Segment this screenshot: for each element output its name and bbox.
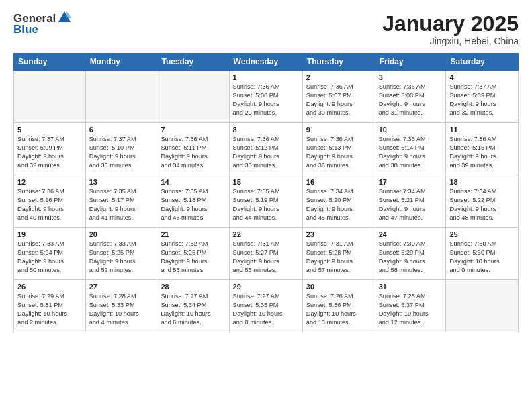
day-content: Sunrise: 7:27 AMSunset: 5:34 PMDaylight:… [161,292,225,327]
day-content: Sunrise: 7:37 AMSunset: 5:10 PMDaylight:… [89,135,154,170]
week-row-2: 5Sunrise: 7:37 AMSunset: 5:09 PMDaylight… [14,123,519,175]
table-row: 2Sunrise: 7:36 AMSunset: 5:07 PMDaylight… [302,71,375,123]
day-content: Sunrise: 7:36 AMSunset: 5:14 PMDaylight:… [379,135,443,170]
col-friday: Friday [375,54,446,71]
table-row: 9Sunrise: 7:36 AMSunset: 5:13 PMDaylight… [302,123,375,175]
day-content: Sunrise: 7:34 AMSunset: 5:21 PMDaylight:… [379,187,443,222]
day-number: 16 [306,178,371,186]
day-content: Sunrise: 7:36 AMSunset: 5:16 PMDaylight:… [17,187,82,222]
day-number: 21 [161,230,225,238]
day-number: 1 [233,73,299,81]
table-row: 15Sunrise: 7:35 AMSunset: 5:19 PMDayligh… [229,175,302,228]
day-number: 24 [379,230,443,238]
table-row: 1Sunrise: 7:36 AMSunset: 5:06 PMDaylight… [229,71,302,123]
logo-icon [57,10,72,25]
table-row: 22Sunrise: 7:31 AMSunset: 5:27 PMDayligh… [229,228,302,280]
day-content: Sunrise: 7:36 AMSunset: 5:06 PMDaylight:… [233,83,299,118]
table-row: 4Sunrise: 7:37 AMSunset: 5:09 PMDaylight… [446,71,519,123]
table-row: 11Sunrise: 7:36 AMSunset: 5:15 PMDayligh… [446,123,519,175]
day-number: 12 [17,178,82,186]
day-number: 2 [306,73,371,81]
page: General Blue January 2025 Jingxiu, Hebei… [0,0,532,411]
day-number: 11 [449,126,515,134]
day-content: Sunrise: 7:34 AMSunset: 5:22 PMDaylight:… [449,187,515,222]
day-number: 9 [306,126,371,134]
table-row: 14Sunrise: 7:35 AMSunset: 5:18 PMDayligh… [157,175,229,228]
col-saturday: Saturday [446,54,519,71]
location: Jingxiu, Hebei, China [382,36,519,46]
week-row-4: 19Sunrise: 7:33 AMSunset: 5:24 PMDayligh… [14,228,519,280]
day-content: Sunrise: 7:27 AMSunset: 5:35 PMDaylight:… [233,292,299,327]
table-row: 20Sunrise: 7:33 AMSunset: 5:25 PMDayligh… [85,228,157,280]
day-content: Sunrise: 7:37 AMSunset: 5:09 PMDaylight:… [449,83,515,118]
day-content: Sunrise: 7:36 AMSunset: 5:15 PMDaylight:… [449,135,515,170]
day-number: 23 [306,230,371,238]
day-content: Sunrise: 7:37 AMSunset: 5:09 PMDaylight:… [17,135,82,170]
day-number: 30 [306,283,371,291]
day-number: 20 [89,230,154,238]
month-title: January 2025 [382,12,519,36]
table-row [157,71,229,123]
day-number: 25 [449,230,515,238]
table-row: 30Sunrise: 7:26 AMSunset: 5:36 PMDayligh… [302,280,375,332]
day-content: Sunrise: 7:28 AMSunset: 5:33 PMDaylight:… [89,292,154,327]
day-content: Sunrise: 7:25 AMSunset: 5:37 PMDaylight:… [379,292,443,327]
day-number: 7 [161,126,225,134]
day-number: 28 [161,283,225,291]
day-number: 19 [17,230,82,238]
table-row: 12Sunrise: 7:36 AMSunset: 5:16 PMDayligh… [14,175,86,228]
day-content: Sunrise: 7:36 AMSunset: 5:12 PMDaylight:… [233,135,299,170]
table-row: 31Sunrise: 7:25 AMSunset: 5:37 PMDayligh… [375,280,446,332]
table-row: 21Sunrise: 7:32 AMSunset: 5:26 PMDayligh… [157,228,229,280]
week-row-5: 26Sunrise: 7:29 AMSunset: 5:31 PMDayligh… [14,280,519,332]
day-content: Sunrise: 7:33 AMSunset: 5:25 PMDaylight:… [89,240,154,275]
table-row: 26Sunrise: 7:29 AMSunset: 5:31 PMDayligh… [14,280,86,332]
day-number: 13 [89,178,154,186]
table-row: 6Sunrise: 7:37 AMSunset: 5:10 PMDaylight… [85,123,157,175]
day-number: 17 [379,178,443,186]
table-row: 23Sunrise: 7:31 AMSunset: 5:28 PMDayligh… [302,228,375,280]
day-number: 10 [379,126,443,134]
table-row: 25Sunrise: 7:30 AMSunset: 5:30 PMDayligh… [446,228,519,280]
day-content: Sunrise: 7:36 AMSunset: 5:11 PMDaylight:… [161,135,225,170]
day-number: 22 [233,230,299,238]
calendar-header-row: Sunday Monday Tuesday Wednesday Thursday… [14,54,519,71]
col-sunday: Sunday [14,54,86,71]
day-content: Sunrise: 7:35 AMSunset: 5:18 PMDaylight:… [161,187,225,222]
day-content: Sunrise: 7:36 AMSunset: 5:07 PMDaylight:… [306,83,371,118]
header: General Blue January 2025 Jingxiu, Hebei… [13,12,519,46]
table-row: 5Sunrise: 7:37 AMSunset: 5:09 PMDaylight… [14,123,86,175]
day-content: Sunrise: 7:26 AMSunset: 5:36 PMDaylight:… [306,292,371,327]
table-row: 17Sunrise: 7:34 AMSunset: 5:21 PMDayligh… [375,175,446,228]
day-content: Sunrise: 7:31 AMSunset: 5:28 PMDaylight:… [306,240,371,275]
table-row: 10Sunrise: 7:36 AMSunset: 5:14 PMDayligh… [375,123,446,175]
day-content: Sunrise: 7:35 AMSunset: 5:17 PMDaylight:… [89,187,154,222]
table-row: 24Sunrise: 7:30 AMSunset: 5:29 PMDayligh… [375,228,446,280]
table-row: 27Sunrise: 7:28 AMSunset: 5:33 PMDayligh… [85,280,157,332]
col-tuesday: Tuesday [157,54,229,71]
table-row: 18Sunrise: 7:34 AMSunset: 5:22 PMDayligh… [446,175,519,228]
day-content: Sunrise: 7:34 AMSunset: 5:20 PMDaylight:… [306,187,371,222]
table-row [14,71,86,123]
table-row: 19Sunrise: 7:33 AMSunset: 5:24 PMDayligh… [14,228,86,280]
day-content: Sunrise: 7:30 AMSunset: 5:29 PMDaylight:… [379,240,443,275]
table-row: 3Sunrise: 7:36 AMSunset: 5:08 PMDaylight… [375,71,446,123]
col-monday: Monday [85,54,157,71]
logo-blue-text: Blue [13,23,38,36]
day-number: 18 [449,178,515,186]
day-number: 4 [449,73,515,81]
title-block: January 2025 Jingxiu, Hebei, China [382,12,519,46]
table-row: 29Sunrise: 7:27 AMSunset: 5:35 PMDayligh… [229,280,302,332]
table-row: 28Sunrise: 7:27 AMSunset: 5:34 PMDayligh… [157,280,229,332]
col-thursday: Thursday [302,54,375,71]
day-number: 14 [161,178,225,186]
day-content: Sunrise: 7:36 AMSunset: 5:08 PMDaylight:… [379,83,443,118]
table-row [446,280,519,332]
table-row: 13Sunrise: 7:35 AMSunset: 5:17 PMDayligh… [85,175,157,228]
day-content: Sunrise: 7:35 AMSunset: 5:19 PMDaylight:… [233,187,299,222]
col-wednesday: Wednesday [229,54,302,71]
day-number: 29 [233,283,299,291]
day-content: Sunrise: 7:33 AMSunset: 5:24 PMDaylight:… [17,240,82,275]
calendar: Sunday Monday Tuesday Wednesday Thursday… [13,53,519,332]
day-content: Sunrise: 7:32 AMSunset: 5:26 PMDaylight:… [161,240,225,275]
